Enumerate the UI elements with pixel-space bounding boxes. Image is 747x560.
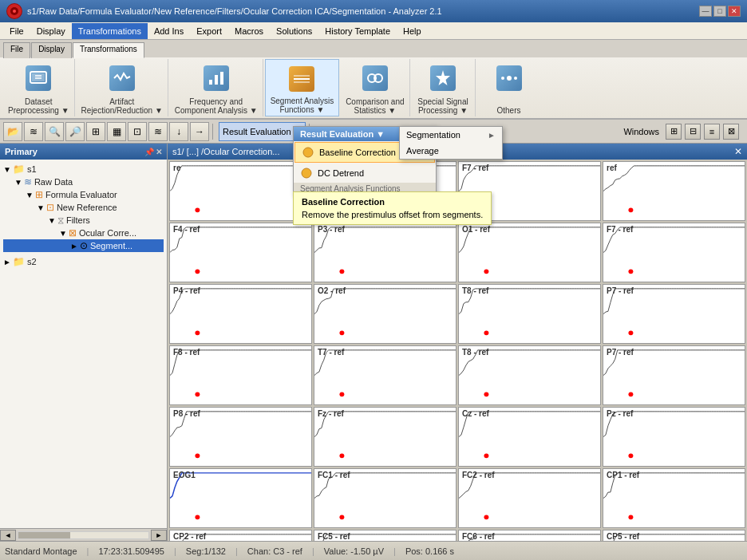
tree-node-ocularcorr[interactable]: ▼ ⊠ Ocular Corre... [3,227,164,239]
eeg-cell-cp5---ref-6-3[interactable]: CP5 - ref [603,530,745,541]
eeg-cell-fc5---ref-6-1[interactable]: FC5 - ref [314,530,457,541]
toolbar-chart-btn[interactable]: ≋ [148,122,168,141]
toolbar-wave-btn[interactable]: ≋ [24,122,43,141]
eeg-cell-cz---ref-4-2[interactable]: Cz - ref [458,407,601,467]
menu-export[interactable]: Export [190,23,228,39]
maximize-button[interactable]: □ [713,6,726,17]
close-button[interactable]: ✕ [728,6,741,17]
ribbon-group-segment[interactable]: Segment AnalysisFunctions ▼ [265,59,340,116]
eeg-cell-f8---ref-3-0[interactable]: F8 - ref [169,345,312,405]
tree-expand-ocularcorr[interactable]: ▼ [59,229,67,238]
eeg-cell-re-0-0[interactable]: re [169,161,312,221]
menu-help[interactable]: Help [397,23,428,39]
eeg-cell-fc6---ref-6-2[interactable]: FC6 - ref [458,530,601,541]
eeg-cell-eog1-5-0[interactable]: EOG1 [169,468,312,528]
eeg-cell-cp2---ref-6-0[interactable]: CP2 - ref [169,530,312,541]
sidebar-scroll-left[interactable]: ◄ [0,530,16,541]
ribbon-group-special[interactable]: Special SignalProcessing ▼ [412,59,476,116]
eeg-cell-p8---ref-4-0[interactable]: P8 - ref [169,407,312,467]
eeg-cell-fc2---ref-5-2[interactable]: FC2 - ref [458,468,601,528]
tree-node-s2[interactable]: ► 📁 s2 [3,255,164,268]
menu-display[interactable]: Display [30,23,72,39]
eeg-cell-cp1---ref-5-3[interactable]: CP1 - ref [603,468,745,528]
tree-expand-s1[interactable]: ▼ [3,165,11,174]
tree-expand-segment[interactable]: ► [70,242,78,250]
toolbar-props-btn[interactable]: ⊡ [128,122,147,141]
status-montage: Standard Montage [5,546,77,556]
dropdown-item-dcdetrend[interactable]: DC Detrend [294,164,436,183]
tree-expand-filters[interactable]: ▼ [48,216,56,225]
menu-transformations[interactable]: Transformations [72,23,148,39]
baseline-icon [302,146,314,159]
windows-btn2[interactable]: ⊟ [685,124,701,140]
toolbar-grid-btn[interactable]: ⊞ [86,122,105,141]
eeg-cell-p4---ref-2-0[interactable]: P4 - ref [169,284,312,344]
sidebar-scroll-thumb[interactable] [18,532,70,538]
menu-solutions[interactable]: Solutions [270,23,318,39]
sidebar-scroll-right[interactable]: ► [151,530,167,541]
eeg-cell-t8---ref-3-2[interactable]: T8 - ref [458,345,601,405]
eeg-cell-fc1---ref-5-1[interactable]: FC1 - ref [314,468,457,528]
toolbar-down-btn[interactable]: ↓ [169,122,188,141]
toolbar-search-btn[interactable]: 🔍 [45,122,64,141]
ribbon-group-frequency[interactable]: Frequency andComponent Analysis ▼ [170,59,263,116]
toolbar-filter-btn[interactable]: ▦ [107,122,126,141]
eeg-marker-5-0 [195,515,200,519]
tree-node-segment[interactable]: ► ⊙ Segment... [3,239,164,252]
ribbon-tab-display[interactable]: Display [31,42,72,58]
menu-file[interactable]: File [3,23,30,39]
eeg-cell-f7---ref-1-3[interactable]: F7 - ref [603,223,745,282]
eeg-label-1-2: O1 - ref [462,225,490,234]
eeg-cell-ref-0-3[interactable]: ref [603,161,745,221]
ribbon-tab-transformations[interactable]: Transformations [73,42,144,58]
svg-rect-9 [220,72,223,85]
tree-node-newref[interactable]: ▼ ⊡ New Reference [3,201,164,214]
ribbon-group-others[interactable]: Others [477,59,541,116]
eeg-label-6-3: CP5 - ref [607,532,639,541]
eeg-cell-p3---ref-1-1[interactable]: P3 - ref [314,223,457,282]
tree-node-filters[interactable]: ▼ ⧖ Filters [3,214,164,227]
seg-arrow: ► [488,131,496,140]
ribbon-tab-file[interactable]: File [3,42,30,58]
dropdown-item-average[interactable]: Average [400,143,502,159]
windows-btn4[interactable]: ⊠ [723,124,739,140]
menu-history-template[interactable]: History Template [318,23,397,39]
dropdown-item-segmentation[interactable]: Segmentation ► [400,127,502,143]
tree-expand-newref[interactable]: ▼ [37,203,45,212]
eeg-cell-pz---ref-4-3[interactable]: Pz - ref [603,407,745,467]
sidebar-scrollbar[interactable]: ◄ ► [0,528,167,541]
windows-btn1[interactable]: ⊞ [666,124,682,140]
ribbon-group-comparison[interactable]: Comparison andStatistics ▼ [341,59,409,116]
eeg-cell-f4---ref-1-0[interactable]: F4 - ref [169,223,312,282]
status-pos: Pos: 0.166 s [405,546,454,556]
tree-expand-rawdata[interactable]: ▼ [14,178,22,187]
eeg-marker-5-1 [339,515,344,519]
eeg-cell-p7---ref-2-3[interactable]: P7 - ref [603,284,745,344]
eeg-cell-p7---ref-3-3[interactable]: P7 - ref [603,345,745,405]
eeg-cell-o1---ref-1-2[interactable]: O1 - ref [458,223,601,282]
toolbar-folder-btn[interactable]: 📂 [3,122,22,141]
dropdown-dcdetrend-label: DC Detrend [318,168,364,178]
tree-node-s1[interactable]: ▼ 📁 s1 [3,163,164,175]
ribbon-group-artifact[interactable]: ArtifactRejection/Reduction ▼ [77,59,168,116]
tree-node-rawdata[interactable]: ▼ ≋ Raw Data [3,175,164,188]
status-chan: Chan: C3 - ref [247,546,302,556]
eeg-cell-t7---ref-3-1[interactable]: T7 - ref [314,345,457,405]
tree-expand-formula[interactable]: ▼ [26,191,34,199]
minimize-button[interactable]: — [699,6,712,17]
toolbar-zoom-btn[interactable]: 🔎 [65,122,85,141]
eeg-cell-t8---ref-2-2[interactable]: T8 - ref [458,284,601,344]
eeg-cell-o2---ref-2-1[interactable]: O2 - ref [314,284,457,344]
ribbon-group-dataset[interactable]: DatasetPreprocessing ▼ [3,59,75,116]
windows-btn3[interactable]: ≡ [704,124,720,140]
menu-addins[interactable]: Add Ins [148,23,190,39]
sidebar-close-btn[interactable]: ✕ [156,148,162,156]
eeg-marker-0-0 [195,207,200,212]
sidebar-pin-btn[interactable]: 📌 [144,148,154,156]
tree-node-formula[interactable]: ▼ ⊞ Formula Evaluator [3,188,164,201]
menu-macros[interactable]: Macros [228,23,270,39]
tree-expand-s2[interactable]: ► [3,258,11,266]
content-close-btn[interactable]: ✕ [734,146,742,157]
eeg-cell-fz---ref-4-1[interactable]: Fz - ref [314,407,457,467]
toolbar-arrow-btn[interactable]: → [190,122,209,141]
